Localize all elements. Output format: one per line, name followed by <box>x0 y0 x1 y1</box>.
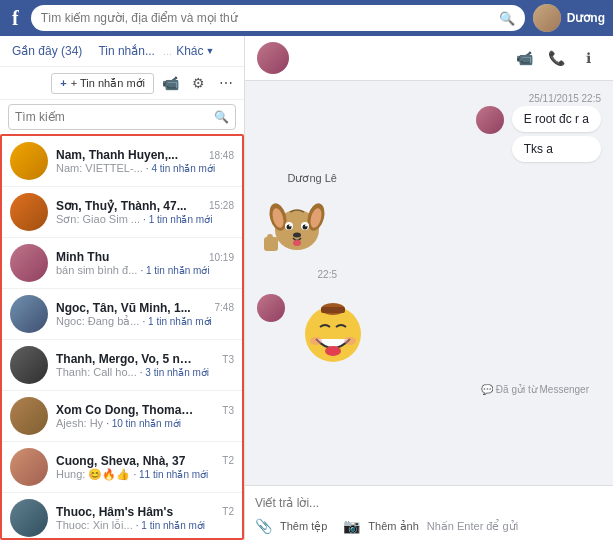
messages-area: 25/11/2015 22:5 E root đc r a Tks a Dươn… <box>245 81 613 485</box>
photo-label: Thêm ảnh <box>368 520 418 533</box>
sidebar-tabs: Gần đây (34) Tin nhắn... ... Khác ▼ <box>0 36 244 67</box>
svg-point-10 <box>305 225 307 227</box>
sidebar-search-input[interactable] <box>15 110 214 124</box>
conv-new-1: · 4 tin nhắn mới <box>146 163 215 174</box>
message-row-3 <box>257 294 601 374</box>
conv-preview-1: Nam: VIETTEL-... <box>56 162 143 174</box>
conv-avatar-7 <box>10 448 48 486</box>
user-avatar-face <box>533 4 561 32</box>
conv-name-7: Cuong, Sheva, Nhà, 37 <box>56 454 185 468</box>
message-row-1: E root đc r a Tks a <box>476 106 601 162</box>
conv-preview-8: Thuoc: Xin lỗi... <box>56 519 133 531</box>
svg-point-18 <box>310 337 322 345</box>
avatar-top[interactable] <box>533 4 561 32</box>
tab-sep-2: ... <box>163 45 172 57</box>
conv-name-6: Xom Co Dong, Thomas,... <box>56 403 196 417</box>
input-row: 📎 Thêm tệp 📷 Thêm ảnh Nhấn Enter để gửi <box>245 485 613 540</box>
facebook-logo: f <box>8 7 23 30</box>
video-icon[interactable]: 📹 <box>511 45 537 71</box>
conv-name-1: Nam, Thanh Huyen,... <box>56 148 178 162</box>
conv-time-4: 7:48 <box>215 302 234 313</box>
conv-info-4: Ngoc, Tân, Vũ Minh, 1... 7:48 Ngoc: Đang… <box>56 301 234 328</box>
conv-item[interactable]: Minh Thu 10:19 bán sim bình đ... · 1 tin… <box>2 238 242 289</box>
search-icon-sidebar: 🔍 <box>214 110 229 124</box>
top-search-wrap[interactable]: 🔍 <box>31 5 525 31</box>
messenger-note: 💬 Đã gửi từ Messenger <box>257 384 601 395</box>
conv-item[interactable]: Nam, Thanh Huyen,... 18:48 Nam: VIETTEL-… <box>2 136 242 187</box>
input-toolbar: 📎 Thêm tệp 📷 Thêm ảnh Nhấn Enter để gửi <box>255 518 603 534</box>
more-icon[interactable]: ⋯ <box>214 71 238 95</box>
conv-item[interactable]: Ngoc, Tân, Vũ Minh, 1... 7:48 Ngoc: Đang… <box>2 289 242 340</box>
reply-input[interactable] <box>255 492 603 514</box>
sticker-laugh <box>293 294 373 374</box>
tab-recent[interactable]: Gần đây (34) <box>8 42 86 60</box>
top-search-input[interactable] <box>41 11 493 25</box>
attach-icon[interactable]: 📎 <box>255 518 272 534</box>
msg-avatar-3 <box>257 294 285 322</box>
message-row-2: Dương Lê <box>257 172 337 280</box>
conv-item[interactable]: Thanh, Mergo, Vo, 5 ng... T3 Thanh: Call… <box>2 340 242 391</box>
top-bar: f 🔍 Dương <box>0 0 613 36</box>
msg-sender-name: Dương Lê <box>257 172 337 185</box>
sidebar: Gần đây (34) Tin nhắn... ... Khác ▼ + + … <box>0 36 245 540</box>
photo-icon[interactable]: 📷 <box>343 518 360 534</box>
msg-bubble-1: E root đc r a <box>512 106 601 132</box>
conv-info-2: Sơn, Thuỷ, Thành, 47... 15:28 Sơn: Giao … <box>56 199 234 226</box>
svg-point-12 <box>293 240 301 246</box>
conv-new-4: · 1 tin nhắn mới <box>143 316 212 327</box>
conv-info-7: Cuong, Sheva, Nhà, 37 T2 Hung: 😊🔥👍 · 11 … <box>56 454 234 481</box>
conv-item[interactable]: Thuoc, Hâm's Hâm's T2 Thuoc: Xin lỗi... … <box>2 493 242 540</box>
conv-name-3: Minh Thu <box>56 250 109 264</box>
conv-avatar-2 <box>10 193 48 231</box>
conv-time-8: T2 <box>222 506 234 517</box>
top-right: Dương <box>533 4 605 32</box>
conv-name-5: Thanh, Mergo, Vo, 5 ng... <box>56 352 196 366</box>
svg-point-19 <box>344 337 356 345</box>
chat-header: 📹 📞 ℹ <box>245 36 613 81</box>
conv-time-6: T3 <box>222 405 234 416</box>
conv-item[interactable]: Xom Co Dong, Thomas,... T3 Ajesh: Hy · 1… <box>2 391 242 442</box>
conv-new-7: · 11 tin nhắn mới <box>133 469 208 480</box>
info-icon[interactable]: ℹ <box>575 45 601 71</box>
conv-avatar-8 <box>10 499 48 537</box>
conv-preview-2: Sơn: Giao Sim ... <box>56 213 140 225</box>
conv-preview-7: Hung: 😊🔥👍 <box>56 468 130 480</box>
send-label: Nhấn Enter để gửi <box>427 520 518 533</box>
conv-info-6: Xom Co Dong, Thomas,... T3 Ajesh: Hy · 1… <box>56 403 234 429</box>
conv-new-6: · 10 tin nhắn mới <box>106 418 181 429</box>
svg-point-9 <box>289 225 291 227</box>
conv-name-8: Thuoc, Hâm's Hâm's <box>56 505 173 519</box>
toolbar-icons: 📹 ⚙ ⋯ <box>158 71 238 95</box>
conv-item[interactable]: Sơn, Thuỷ, Thành, 47... 15:28 Sơn: Giao … <box>2 187 242 238</box>
new-message-label: + Tin nhắn mới <box>71 77 145 90</box>
msg-time-1: 25/11/2015 22:5 <box>529 93 601 104</box>
svg-rect-21 <box>321 307 345 313</box>
svg-rect-15 <box>264 237 278 251</box>
chat-panel: 📹 📞 ℹ 25/11/2015 22:5 E root đc r a Tks … <box>245 36 613 540</box>
conv-preview-4: Ngoc: Đang bả... <box>56 315 139 327</box>
conv-name-2: Sơn, Thuỷ, Thành, 47... <box>56 199 187 213</box>
conv-info-5: Thanh, Mergo, Vo, 5 ng... T3 Thanh: Call… <box>56 352 234 378</box>
svg-point-17 <box>325 346 341 356</box>
conv-time-2: 15:28 <box>209 200 234 211</box>
messenger-note-icon: 💬 <box>481 384 496 395</box>
main-layout: Gần đây (34) Tin nhắn... ... Khác ▼ + + … <box>0 36 613 540</box>
sidebar-search-wrap[interactable]: 🔍 <box>8 104 236 130</box>
msg-time-2: 22:5 <box>257 269 337 280</box>
conv-new-2: · 1 tin nhắn mới <box>143 214 212 225</box>
settings-icon[interactable]: ⚙ <box>186 71 210 95</box>
conv-item[interactable]: Cuong, Sheva, Nhà, 37 T2 Hung: 😊🔥👍 · 11 … <box>2 442 242 493</box>
plus-icon: + <box>60 77 66 89</box>
messenger-note-text: Đã gửi từ Messenger <box>496 384 589 395</box>
conv-avatar-5 <box>10 346 48 384</box>
sticker-dog <box>257 187 337 267</box>
conv-avatar-1 <box>10 142 48 180</box>
conv-avatar-4 <box>10 295 48 333</box>
phone-icon[interactable]: 📞 <box>543 45 569 71</box>
tab-other[interactable]: Khác ▼ <box>176 44 214 58</box>
video-call-icon[interactable]: 📹 <box>158 71 182 95</box>
conv-new-8: · 1 tin nhắn mới <box>136 520 205 531</box>
conv-time-5: T3 <box>222 354 234 365</box>
tab-messages[interactable]: Tin nhắn... <box>94 42 159 60</box>
new-message-button[interactable]: + + Tin nhắn mới <box>51 73 154 94</box>
